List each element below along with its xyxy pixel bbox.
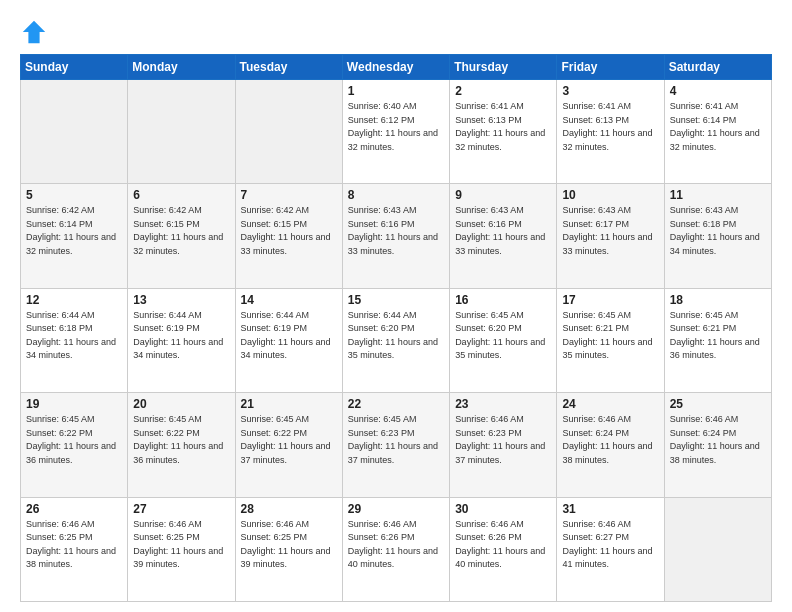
calendar-cell: 29Sunrise: 6:46 AMSunset: 6:26 PMDayligh… [342,497,449,601]
calendar-week-row: 5Sunrise: 6:42 AMSunset: 6:14 PMDaylight… [21,184,772,288]
calendar-cell [235,80,342,184]
day-info: Sunrise: 6:46 AMSunset: 6:25 PMDaylight:… [133,518,229,572]
day-header-tuesday: Tuesday [235,55,342,80]
calendar-cell: 24Sunrise: 6:46 AMSunset: 6:24 PMDayligh… [557,393,664,497]
day-info: Sunrise: 6:42 AMSunset: 6:14 PMDaylight:… [26,204,122,258]
day-info: Sunrise: 6:43 AMSunset: 6:16 PMDaylight:… [455,204,551,258]
day-info: Sunrise: 6:45 AMSunset: 6:20 PMDaylight:… [455,309,551,363]
day-number: 8 [348,188,444,202]
calendar-cell: 23Sunrise: 6:46 AMSunset: 6:23 PMDayligh… [450,393,557,497]
calendar-cell: 5Sunrise: 6:42 AMSunset: 6:14 PMDaylight… [21,184,128,288]
day-info: Sunrise: 6:46 AMSunset: 6:26 PMDaylight:… [348,518,444,572]
day-number: 29 [348,502,444,516]
day-info: Sunrise: 6:45 AMSunset: 6:23 PMDaylight:… [348,413,444,467]
day-info: Sunrise: 6:45 AMSunset: 6:22 PMDaylight:… [241,413,337,467]
calendar-week-row: 19Sunrise: 6:45 AMSunset: 6:22 PMDayligh… [21,393,772,497]
calendar-cell [128,80,235,184]
day-number: 6 [133,188,229,202]
day-header-thursday: Thursday [450,55,557,80]
calendar-cell: 22Sunrise: 6:45 AMSunset: 6:23 PMDayligh… [342,393,449,497]
day-number: 2 [455,84,551,98]
day-info: Sunrise: 6:45 AMSunset: 6:22 PMDaylight:… [133,413,229,467]
day-info: Sunrise: 6:44 AMSunset: 6:19 PMDaylight:… [133,309,229,363]
calendar-cell: 3Sunrise: 6:41 AMSunset: 6:13 PMDaylight… [557,80,664,184]
day-number: 17 [562,293,658,307]
day-info: Sunrise: 6:41 AMSunset: 6:13 PMDaylight:… [562,100,658,154]
calendar-cell: 28Sunrise: 6:46 AMSunset: 6:25 PMDayligh… [235,497,342,601]
calendar-cell: 31Sunrise: 6:46 AMSunset: 6:27 PMDayligh… [557,497,664,601]
day-info: Sunrise: 6:45 AMSunset: 6:22 PMDaylight:… [26,413,122,467]
day-number: 30 [455,502,551,516]
day-info: Sunrise: 6:41 AMSunset: 6:14 PMDaylight:… [670,100,766,154]
day-number: 28 [241,502,337,516]
day-number: 15 [348,293,444,307]
calendar-cell: 12Sunrise: 6:44 AMSunset: 6:18 PMDayligh… [21,288,128,392]
calendar-cell [21,80,128,184]
day-info: Sunrise: 6:42 AMSunset: 6:15 PMDaylight:… [241,204,337,258]
day-info: Sunrise: 6:43 AMSunset: 6:17 PMDaylight:… [562,204,658,258]
day-info: Sunrise: 6:44 AMSunset: 6:18 PMDaylight:… [26,309,122,363]
day-header-friday: Friday [557,55,664,80]
calendar-cell: 18Sunrise: 6:45 AMSunset: 6:21 PMDayligh… [664,288,771,392]
calendar-cell: 2Sunrise: 6:41 AMSunset: 6:13 PMDaylight… [450,80,557,184]
day-header-sunday: Sunday [21,55,128,80]
calendar-cell: 8Sunrise: 6:43 AMSunset: 6:16 PMDaylight… [342,184,449,288]
calendar-cell: 9Sunrise: 6:43 AMSunset: 6:16 PMDaylight… [450,184,557,288]
page: SundayMondayTuesdayWednesdayThursdayFrid… [0,0,792,612]
calendar-cell: 15Sunrise: 6:44 AMSunset: 6:20 PMDayligh… [342,288,449,392]
day-number: 13 [133,293,229,307]
calendar-cell: 21Sunrise: 6:45 AMSunset: 6:22 PMDayligh… [235,393,342,497]
day-header-saturday: Saturday [664,55,771,80]
day-info: Sunrise: 6:42 AMSunset: 6:15 PMDaylight:… [133,204,229,258]
day-number: 26 [26,502,122,516]
day-info: Sunrise: 6:46 AMSunset: 6:25 PMDaylight:… [26,518,122,572]
day-number: 10 [562,188,658,202]
day-info: Sunrise: 6:46 AMSunset: 6:25 PMDaylight:… [241,518,337,572]
day-info: Sunrise: 6:43 AMSunset: 6:18 PMDaylight:… [670,204,766,258]
calendar-cell: 13Sunrise: 6:44 AMSunset: 6:19 PMDayligh… [128,288,235,392]
calendar-cell: 30Sunrise: 6:46 AMSunset: 6:26 PMDayligh… [450,497,557,601]
day-number: 5 [26,188,122,202]
calendar-cell: 7Sunrise: 6:42 AMSunset: 6:15 PMDaylight… [235,184,342,288]
calendar-cell: 10Sunrise: 6:43 AMSunset: 6:17 PMDayligh… [557,184,664,288]
day-info: Sunrise: 6:41 AMSunset: 6:13 PMDaylight:… [455,100,551,154]
calendar-cell: 4Sunrise: 6:41 AMSunset: 6:14 PMDaylight… [664,80,771,184]
day-header-wednesday: Wednesday [342,55,449,80]
logo [20,18,52,46]
day-info: Sunrise: 6:44 AMSunset: 6:19 PMDaylight:… [241,309,337,363]
day-info: Sunrise: 6:46 AMSunset: 6:27 PMDaylight:… [562,518,658,572]
day-number: 4 [670,84,766,98]
day-number: 11 [670,188,766,202]
svg-marker-0 [23,21,45,43]
calendar-table: SundayMondayTuesdayWednesdayThursdayFrid… [20,54,772,602]
day-info: Sunrise: 6:40 AMSunset: 6:12 PMDaylight:… [348,100,444,154]
day-number: 25 [670,397,766,411]
calendar-week-row: 12Sunrise: 6:44 AMSunset: 6:18 PMDayligh… [21,288,772,392]
calendar-cell: 1Sunrise: 6:40 AMSunset: 6:12 PMDaylight… [342,80,449,184]
calendar-cell: 25Sunrise: 6:46 AMSunset: 6:24 PMDayligh… [664,393,771,497]
header [20,18,772,46]
calendar-cell: 17Sunrise: 6:45 AMSunset: 6:21 PMDayligh… [557,288,664,392]
day-info: Sunrise: 6:43 AMSunset: 6:16 PMDaylight:… [348,204,444,258]
calendar-cell: 19Sunrise: 6:45 AMSunset: 6:22 PMDayligh… [21,393,128,497]
calendar-cell: 27Sunrise: 6:46 AMSunset: 6:25 PMDayligh… [128,497,235,601]
day-info: Sunrise: 6:45 AMSunset: 6:21 PMDaylight:… [562,309,658,363]
day-number: 18 [670,293,766,307]
day-number: 1 [348,84,444,98]
calendar-header-row: SundayMondayTuesdayWednesdayThursdayFrid… [21,55,772,80]
calendar-week-row: 1Sunrise: 6:40 AMSunset: 6:12 PMDaylight… [21,80,772,184]
day-number: 16 [455,293,551,307]
day-number: 7 [241,188,337,202]
calendar-cell: 6Sunrise: 6:42 AMSunset: 6:15 PMDaylight… [128,184,235,288]
day-number: 3 [562,84,658,98]
calendar-cell [664,497,771,601]
calendar-cell: 26Sunrise: 6:46 AMSunset: 6:25 PMDayligh… [21,497,128,601]
day-info: Sunrise: 6:46 AMSunset: 6:23 PMDaylight:… [455,413,551,467]
day-number: 12 [26,293,122,307]
day-info: Sunrise: 6:45 AMSunset: 6:21 PMDaylight:… [670,309,766,363]
day-number: 24 [562,397,658,411]
logo-icon [20,18,48,46]
day-number: 14 [241,293,337,307]
day-info: Sunrise: 6:46 AMSunset: 6:26 PMDaylight:… [455,518,551,572]
day-info: Sunrise: 6:46 AMSunset: 6:24 PMDaylight:… [562,413,658,467]
